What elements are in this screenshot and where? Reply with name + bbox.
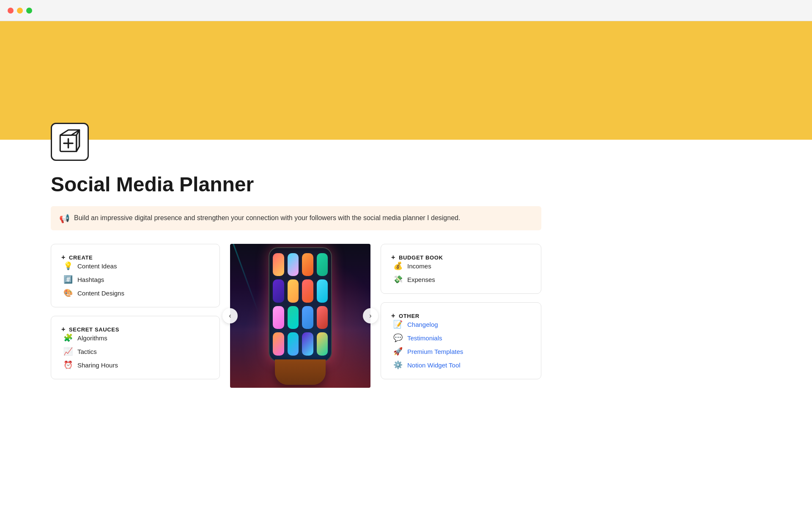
callout-text: Build an impressive digital presence and…: [74, 213, 460, 223]
create-card: + CREATE 💡 Content Ideas #️⃣ Hashtags 🎨 …: [51, 244, 220, 307]
minimize-button[interactable]: [17, 8, 23, 14]
budget-book-items: 💰 Incomes 💸 Expenses: [391, 261, 531, 284]
svg-marker-2: [77, 130, 80, 152]
other-item-3-label: Notion Widget Tool: [407, 362, 461, 369]
budget-book-title: BUDGET BOOK: [399, 254, 443, 261]
create-plus-icon: +: [61, 254, 66, 261]
page-icon-area: [0, 123, 812, 161]
budget-item-0[interactable]: 💰 Incomes: [393, 261, 531, 271]
other-item-3[interactable]: ⚙️ Notion Widget Tool: [393, 360, 531, 370]
budget-item-1-emoji: 💸: [393, 275, 403, 284]
secret-item-2-emoji: ⏰: [63, 360, 73, 370]
secret-item-2-label: Sharing Hours: [77, 362, 118, 369]
cover-image: [0, 21, 812, 140]
budget-item-1[interactable]: 💸 Expenses: [393, 275, 531, 284]
other-item-1-emoji: 💬: [393, 333, 403, 342]
other-item-0-label: Changelog: [407, 321, 438, 328]
secret-item-1[interactable]: 📈 Tactics: [63, 347, 209, 356]
budget-item-0-emoji: 💰: [393, 261, 403, 271]
budget-book-header: + BUDGET BOOK: [391, 254, 531, 261]
create-item-0[interactable]: 💡 Content Ideas: [63, 261, 209, 271]
page-content: Social Media Planner 📢 Build an impressi…: [0, 161, 812, 413]
other-item-1[interactable]: 💬 Testimonials: [393, 333, 531, 342]
carousel-next-button[interactable]: ›: [363, 308, 378, 323]
budget-book-plus-icon: +: [391, 254, 395, 261]
secret-item-0-label: Algorithms: [77, 334, 107, 342]
secret-sauces-title: SECRET SAUCES: [69, 326, 119, 333]
create-item-2[interactable]: 🎨 Content Designs: [63, 288, 209, 298]
maximize-button[interactable]: [26, 8, 32, 14]
create-item-0-emoji: 💡: [63, 261, 73, 271]
callout-block: 📢 Build an impressive digital presence a…: [51, 206, 541, 230]
chevron-left-icon: ‹: [229, 312, 231, 320]
create-item-1[interactable]: #️⃣ Hashtags: [63, 275, 209, 284]
other-item-2[interactable]: 🚀 Premium Templates: [393, 347, 531, 356]
titlebar: [0, 0, 812, 21]
other-item-3-emoji: ⚙️: [393, 360, 403, 370]
other-item-0[interactable]: 📝 Changelog: [393, 320, 531, 329]
secret-sauces-items: 🧩 Algorithms 📈 Tactics ⏰ Sharing Hours: [61, 333, 209, 370]
other-card-header: + OTHER: [391, 312, 531, 320]
page-title: Social Media Planner: [51, 173, 761, 196]
create-card-title: CREATE: [69, 254, 93, 261]
phone-in-hand: [269, 247, 332, 385]
secret-sauces-header: + SECRET SAUCES: [61, 326, 209, 333]
carousel: ‹: [230, 244, 370, 388]
other-card: + OTHER 📝 Changelog 💬 Testimonials 🚀 Pre…: [381, 302, 541, 379]
other-plus-icon: +: [391, 312, 395, 320]
create-item-2-label: Content Designs: [77, 290, 124, 297]
other-card-title: OTHER: [399, 313, 420, 319]
create-item-1-label: Hashtags: [77, 276, 104, 283]
page-icon: [51, 123, 89, 161]
chevron-right-icon: ›: [369, 312, 371, 320]
other-item-2-label: Premium Templates: [407, 348, 463, 355]
secret-item-0[interactable]: 🧩 Algorithms: [63, 333, 209, 342]
budget-book-card: + BUDGET BOOK 💰 Incomes 💸 Expenses: [381, 244, 541, 294]
other-item-1-label: Testimonials: [407, 334, 442, 342]
secret-sauces-card: + SECRET SAUCES 🧩 Algorithms 📈 Tactics ⏰…: [51, 316, 220, 379]
secret-item-2[interactable]: ⏰ Sharing Hours: [63, 360, 209, 370]
create-item-2-emoji: 🎨: [63, 288, 73, 298]
right-column: + BUDGET BOOK 💰 Incomes 💸 Expenses: [381, 244, 541, 379]
other-item-0-emoji: 📝: [393, 320, 403, 329]
other-item-2-emoji: 🚀: [393, 347, 403, 356]
left-column: + CREATE 💡 Content Ideas #️⃣ Hashtags 🎨 …: [51, 244, 220, 379]
create-card-items: 💡 Content Ideas #️⃣ Hashtags 🎨 Content D…: [61, 261, 209, 298]
create-card-header: + CREATE: [61, 254, 209, 261]
carousel-image: [230, 244, 370, 388]
carousel-prev-button[interactable]: ‹: [222, 308, 238, 323]
create-item-1-emoji: #️⃣: [63, 275, 73, 284]
close-button[interactable]: [8, 8, 14, 14]
main-grid: + CREATE 💡 Content Ideas #️⃣ Hashtags 🎨 …: [51, 244, 541, 388]
secret-sauces-plus-icon: +: [61, 326, 66, 333]
secret-item-1-emoji: 📈: [63, 347, 73, 356]
create-item-0-label: Content Ideas: [77, 262, 117, 270]
budget-item-0-label: Incomes: [407, 262, 431, 270]
secret-item-0-emoji: 🧩: [63, 333, 73, 342]
phone-screen-grid: [269, 247, 332, 362]
budget-item-1-label: Expenses: [407, 276, 435, 283]
callout-icon: 📢: [59, 213, 70, 224]
other-card-items: 📝 Changelog 💬 Testimonials 🚀 Premium Tem…: [391, 320, 531, 370]
hand-silhouette: [275, 359, 326, 385]
secret-item-1-label: Tactics: [77, 348, 97, 355]
